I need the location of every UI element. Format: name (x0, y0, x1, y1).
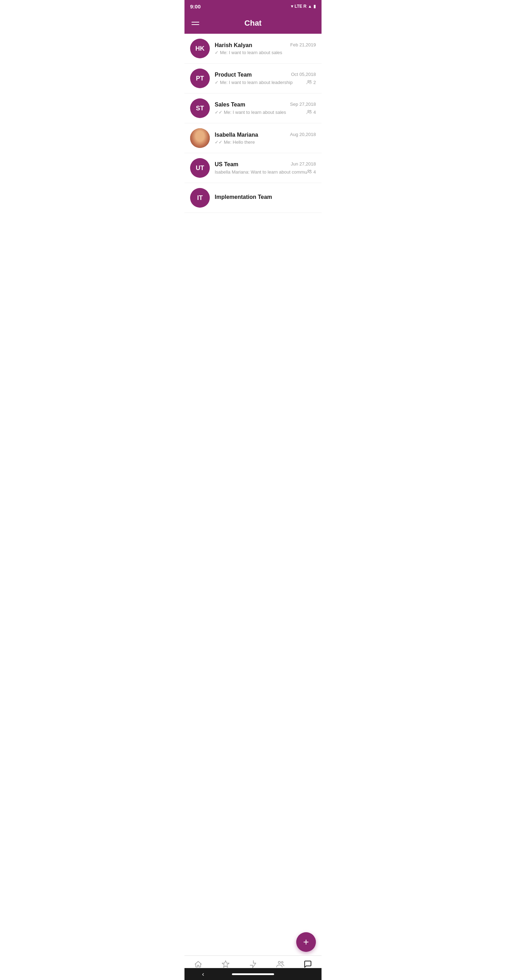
member-count-text: 4 (313, 110, 316, 115)
chat-preview-text: Isabella Mariana: Want to learn about co… (215, 169, 306, 175)
chat-preview-text: Me: I want to learn about sales (220, 50, 282, 55)
chat-item-sales-team[interactable]: STSales TeamSep 27,2018✓✓Me: I want to l… (185, 94, 321, 123)
chat-name: US Team (215, 161, 238, 168)
wifi-icon: ▾ (291, 4, 293, 9)
chat-name: Sales Team (215, 102, 245, 108)
avatar-initials: UT (196, 164, 204, 172)
svg-point-0 (307, 80, 309, 81)
chat-list: HKHarish KalyanFeb 21,2019✓Me: I want to… (185, 34, 321, 250)
avatar-product-team: PT (190, 68, 210, 88)
avatar-sales-team: ST (190, 99, 210, 118)
chat-date: Aug 20,2018 (290, 132, 316, 137)
svg-point-4 (307, 170, 309, 171)
chat-content-product-team: Product TeamOct 05,2018✓Me: I want to le… (215, 72, 316, 85)
chat-date: Jun 27,2018 (291, 161, 316, 167)
chat-content-implementation-team: Implementation Team (215, 194, 316, 202)
avatar-harish-kalyan: HK (190, 39, 210, 58)
status-icons: ▾ LTE R ▲ ▮ (291, 4, 316, 9)
chat-preview-text: Me: I want to learn about leadership (220, 80, 293, 85)
avatar-implementation-team: IT (190, 188, 210, 208)
chat-preview: ✓Me: I want to learn about sales (215, 50, 316, 55)
single-check-icon: ✓ (215, 80, 218, 85)
chat-preview: ✓Me: I want to learn about leadership (215, 80, 306, 85)
chat-content-isabella-mariana: Isabella MarianaAug 20,2018✓✓Me: Hello t… (215, 132, 316, 145)
chat-item-isabella-mariana[interactable]: Isabella MarianaAug 20,2018✓✓Me: Hello t… (185, 123, 321, 153)
svg-point-5 (310, 170, 311, 172)
member-count: 4 (306, 169, 316, 175)
chat-preview-text: Me: I want to learn about sales (224, 110, 286, 115)
chat-preview: ✓✓Me: I want to learn about sales (215, 110, 306, 115)
chat-name: Harish Kalyan (215, 42, 252, 48)
chat-name: Product Team (215, 72, 252, 78)
member-count-text: 2 (313, 80, 316, 85)
chat-date: Feb 21,2019 (290, 42, 316, 48)
chat-item-us-team[interactable]: UTUS TeamJun 27,2018Isabella Mariana: Wa… (185, 153, 321, 183)
avatar-us-team: UT (190, 158, 210, 178)
chat-name: Implementation Team (215, 194, 272, 200)
chat-content-sales-team: Sales TeamSep 27,2018✓✓Me: I want to lea… (215, 102, 316, 115)
chat-content-harish-kalyan: Harish KalyanFeb 21,2019✓Me: I want to l… (215, 42, 316, 55)
svg-point-2 (307, 110, 309, 111)
people-icon (306, 169, 312, 175)
svg-point-3 (310, 110, 311, 112)
chat-date: Oct 05,2018 (291, 72, 316, 77)
app-header: Chat (185, 13, 321, 34)
chat-item-product-team[interactable]: PTProduct TeamOct 05,2018✓Me: I want to … (185, 64, 321, 94)
status-time: 9:00 (190, 3, 200, 10)
page-title: Chat (245, 19, 262, 28)
avatar-initials: IT (197, 194, 203, 202)
chat-item-harish-kalyan[interactable]: HKHarish KalyanFeb 21,2019✓Me: I want to… (185, 34, 321, 64)
chat-item-implementation-team[interactable]: ITImplementation Team (185, 183, 321, 213)
menu-button[interactable] (190, 21, 200, 26)
signal-bars-icon: ▲ (308, 4, 312, 9)
chat-content-us-team: US TeamJun 27,2018Isabella Mariana: Want… (215, 161, 316, 175)
chat-name: Isabella Mariana (215, 132, 258, 138)
avatar-initials: HK (196, 45, 205, 52)
people-icon (306, 109, 312, 115)
battery-icon: ▮ (313, 4, 316, 9)
chat-date: Sep 27,2018 (290, 102, 316, 107)
chat-preview: ✓✓Me: Hello there (215, 140, 316, 145)
member-count-text: 4 (313, 169, 316, 175)
svg-point-1 (310, 81, 311, 82)
chat-preview-text: Me: Hello there (224, 140, 255, 145)
people-icon (306, 80, 312, 85)
single-check-icon: ✓ (215, 50, 218, 55)
member-count: 4 (306, 109, 316, 115)
chat-preview: Isabella Mariana: Want to learn about co… (215, 169, 306, 175)
double-check-icon: ✓✓ (215, 140, 223, 145)
avatar-isabella-mariana (190, 128, 210, 148)
status-bar: 9:00 ▾ LTE R ▲ ▮ (185, 0, 321, 13)
avatar-initials: ST (196, 105, 204, 112)
avatar-initials: PT (196, 75, 204, 82)
double-check-icon: ✓✓ (215, 110, 223, 115)
member-count: 2 (306, 80, 316, 85)
lte-label: LTE R (294, 4, 306, 9)
